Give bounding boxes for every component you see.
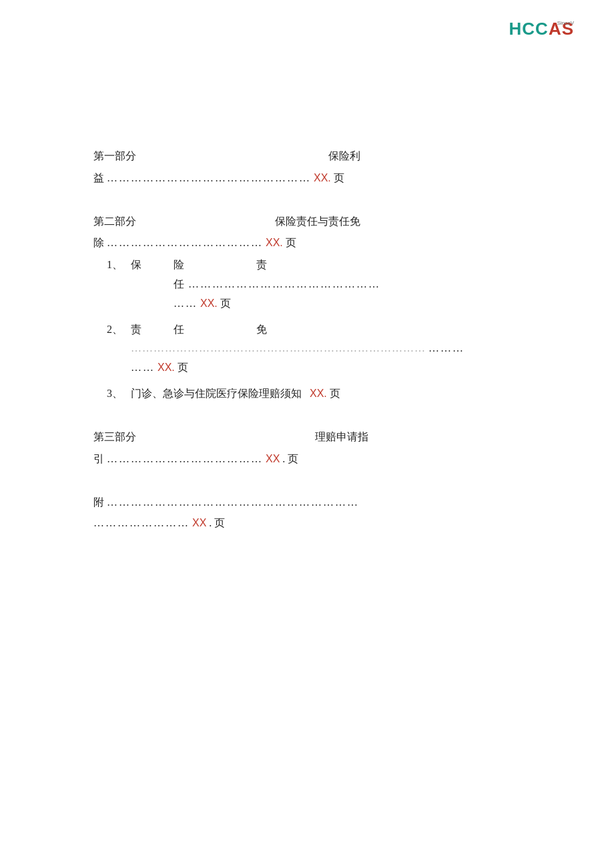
part2-sub2: 2、 责 任 免 …………………………………………………………………… ……… [107,320,534,378]
sub1-line3: …… XX. 页 [131,294,534,314]
part3-title-right: 理赔申请指 [315,431,368,442]
logo-wrapper: SinceV HCCAS [509,19,574,39]
part1-line1: 第一部分 保险利 [93,147,534,166]
sub3-num: 3、 [107,384,131,404]
toc-fu: 附 ……………………………………………………… …………………… XX . 页 [93,492,534,533]
part2-line1: 第二部分 保险责任与责任免 [93,212,534,232]
sub2-page-char: 页 [178,362,188,373]
toc-part1: 第一部分 保险利 益 …………………………………………… XX. 页 [93,147,534,188]
sub1-col3: 责 [256,259,267,270]
sub2-line3: …… XX. 页 [131,358,534,378]
part2-page-char: 页 [286,237,296,248]
part1-title-right: 保险利 [328,150,360,161]
part1-page-ref: XX. [314,172,331,183]
sub1-page-char: 页 [220,298,231,309]
part1-line2: 益 …………………………………………… XX. 页 [93,169,534,188]
sub2-num: 2、 [107,320,131,340]
sub1-page-ref: XX. [200,298,218,309]
sub1-col1: 保 [131,256,171,275]
part2-title-cont: 除 [93,237,104,248]
sub2-line1: 责 任 免 [131,320,534,340]
part2-title-right: 保险责任与责任免 [275,215,360,227]
part3-page-ref: XX [266,453,280,464]
logo-since-text: SinceV [557,20,574,26]
part2-dots: ………………………………… [107,237,263,248]
sub1-line2: 任 ………………………………………… [131,275,534,294]
sub1-content: 保 险 责 任 ………………………………………… …… XX. [131,256,534,313]
fu-page-char: . 页 [209,517,225,528]
part2-line2: 除 ………………………………… XX. 页 [93,234,534,253]
sub3-text: 门诊、急诊与住院医疗保险理赔须知 [131,388,302,399]
fu-dots: ……………………………………………………… [107,496,359,508]
sub2-dots3: …… [131,362,155,373]
sub1-num: 1、 [107,256,131,275]
sub3-page-char: 页 [330,388,340,399]
fu-dots2: …………………… [93,517,190,528]
fu-line2: …………………… XX . 页 [93,513,534,533]
fu-label: 附 [93,496,104,508]
sub2-col1: 责 [131,320,171,340]
logo-hcc-text: HCC [509,19,549,39]
sub2-col3: 免 [256,324,267,335]
sub2-content: 责 任 免 …………………………………………………………………… ……… …… … [131,320,534,378]
part2-page-ref: XX. [266,237,283,248]
sub3-content: 门诊、急诊与住院医疗保险理赔须知 XX. 页 [131,384,534,404]
toc-part3: 第三部分 理赔申请指 引 ………………………………… XX . 页 [93,428,534,469]
part3-title-cont: 引 [93,453,104,464]
part1-label: 第一部分 [93,150,136,161]
part1-dots: …………………………………………… [107,172,311,183]
part3-line1: 第三部分 理赔申请指 [93,428,534,447]
page: SinceV HCCAS 第一部分 保险利 益 …………………………………………… [0,0,614,868]
sub1-dots: ………………………………………… [188,278,380,290]
part1-title-cont: 益 [93,172,104,183]
part3-label: 第三部分 [93,431,136,442]
sub2-dots-light: …………………………………………………………………… [131,342,426,354]
part1-page-char: 页 [334,172,344,183]
sub2-page-ref: XX. [158,362,175,373]
sub2-col2: 任 [174,320,254,340]
toc-part2: 第二部分 保险责任与责任免 除 ………………………………… XX. 页 1、 保 [93,212,534,404]
part2-sub3: 3、 门诊、急诊与住院医疗保险理赔须知 XX. 页 [107,384,534,404]
part3-line2: 引 ………………………………… XX . 页 [93,450,534,469]
sub3-page-ref: XX. [310,388,327,399]
sub2-line2: …………………………………………………………………… ……… [131,339,534,358]
part2-subitems: 1、 保 险 责 任 ………………………………………… [107,256,534,404]
sub1-title-cont: 任 [174,278,186,290]
sub1-col2: 险 [174,256,254,275]
fu-page-ref: XX [192,517,206,528]
fu-line1: 附 ……………………………………………………… [93,492,534,512]
sub1-line1: 保 险 责 [131,256,534,275]
sub1-dots2: …… [174,298,198,309]
part2-label: 第二部分 [93,215,136,227]
part3-dots: ………………………………… [107,453,263,464]
sub2-dots2: ……… [428,342,465,354]
part3-page-char: . 页 [282,453,298,464]
part2-sub1: 1、 保 险 责 任 ………………………………………… [107,256,534,313]
logo-area: SinceV HCCAS [509,19,574,39]
toc-content: 第一部分 保险利 益 …………………………………………… XX. 页 第二部分 … [40,147,574,533]
